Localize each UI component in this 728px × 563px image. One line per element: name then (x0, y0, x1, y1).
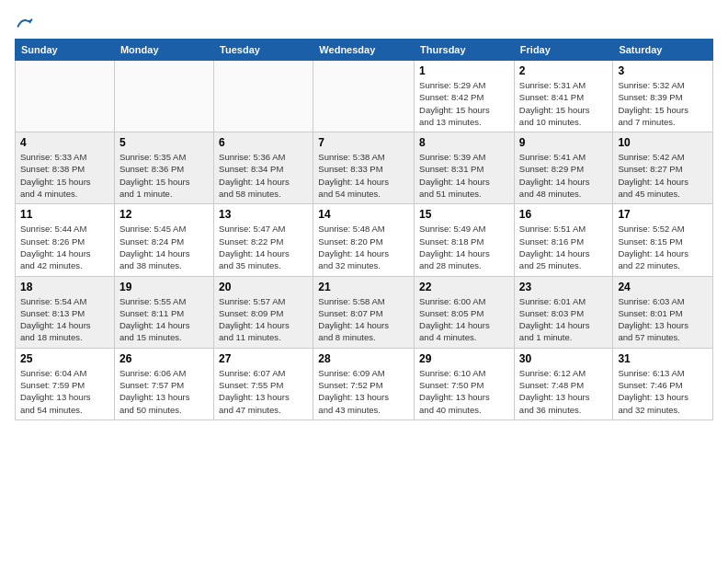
calendar-cell: 20Sunrise: 5:57 AM Sunset: 8:09 PM Dayli… (214, 276, 313, 348)
day-number: 23 (519, 281, 609, 293)
calendar-cell: 13Sunrise: 5:47 AM Sunset: 8:22 PM Dayli… (214, 204, 313, 276)
day-info: Sunrise: 5:48 AM Sunset: 8:20 PM Dayligh… (318, 223, 409, 271)
calendar-cell: 8Sunrise: 5:39 AM Sunset: 8:31 PM Daylig… (415, 132, 515, 204)
calendar-cell: 23Sunrise: 6:01 AM Sunset: 8:03 PM Dayli… (514, 276, 613, 348)
day-info: Sunrise: 6:12 AM Sunset: 7:48 PM Dayligh… (519, 367, 609, 416)
day-number: 2 (519, 64, 609, 77)
day-number: 17 (618, 208, 708, 221)
day-number: 22 (419, 281, 509, 293)
col-header-thursday: Thursday (415, 40, 515, 61)
day-info: Sunrise: 5:54 AM Sunset: 8:13 PM Dayligh… (20, 295, 109, 344)
day-number: 5 (119, 136, 209, 149)
logo (15, 15, 33, 28)
day-number: 1 (419, 64, 509, 77)
header (15, 15, 713, 28)
col-header-friday: Friday (514, 40, 613, 61)
calendar-cell: 19Sunrise: 5:55 AM Sunset: 8:11 PM Dayli… (114, 276, 213, 348)
day-number: 30 (519, 352, 609, 365)
day-info: Sunrise: 5:45 AM Sunset: 8:24 PM Dayligh… (119, 223, 209, 271)
day-info: Sunrise: 5:31 AM Sunset: 8:41 PM Dayligh… (519, 79, 609, 128)
day-number: 14 (318, 208, 409, 221)
calendar-cell (214, 61, 313, 132)
calendar-cell: 9Sunrise: 5:41 AM Sunset: 8:29 PM Daylig… (514, 132, 613, 204)
day-info: Sunrise: 5:32 AM Sunset: 8:39 PM Dayligh… (618, 79, 708, 128)
day-info: Sunrise: 6:04 AM Sunset: 7:59 PM Dayligh… (20, 367, 109, 416)
col-header-tuesday: Tuesday (214, 40, 313, 61)
day-number: 10 (618, 136, 708, 149)
day-number: 29 (419, 352, 509, 365)
calendar-cell: 6Sunrise: 5:36 AM Sunset: 8:34 PM Daylig… (214, 132, 313, 204)
day-info: Sunrise: 5:35 AM Sunset: 8:36 PM Dayligh… (119, 151, 209, 200)
day-info: Sunrise: 6:09 AM Sunset: 7:52 PM Dayligh… (318, 367, 409, 416)
day-number: 11 (20, 208, 109, 221)
day-number: 12 (119, 208, 209, 221)
day-info: Sunrise: 5:29 AM Sunset: 8:42 PM Dayligh… (419, 79, 509, 128)
day-number: 31 (618, 352, 708, 365)
calendar-cell: 12Sunrise: 5:45 AM Sunset: 8:24 PM Dayli… (114, 204, 213, 276)
day-number: 24 (618, 281, 708, 293)
calendar-cell: 30Sunrise: 6:12 AM Sunset: 7:48 PM Dayli… (514, 348, 613, 419)
day-number: 25 (20, 352, 109, 365)
calendar-cell: 25Sunrise: 6:04 AM Sunset: 7:59 PM Dayli… (16, 348, 115, 419)
col-header-monday: Monday (114, 40, 213, 61)
calendar-cell: 24Sunrise: 6:03 AM Sunset: 8:01 PM Dayli… (613, 276, 713, 348)
day-number: 9 (519, 136, 609, 149)
calendar-table: SundayMondayTuesdayWednesdayThursdayFrid… (15, 39, 713, 420)
day-number: 6 (219, 136, 308, 149)
day-info: Sunrise: 6:07 AM Sunset: 7:55 PM Dayligh… (219, 367, 308, 416)
col-header-wednesday: Wednesday (313, 40, 415, 61)
day-number: 28 (318, 352, 409, 365)
calendar-cell: 21Sunrise: 5:58 AM Sunset: 8:07 PM Dayli… (313, 276, 415, 348)
calendar-cell (16, 61, 115, 132)
day-info: Sunrise: 5:33 AM Sunset: 8:38 PM Dayligh… (20, 151, 109, 200)
day-info: Sunrise: 6:10 AM Sunset: 7:50 PM Dayligh… (419, 367, 509, 416)
day-number: 7 (318, 136, 409, 149)
calendar-cell (313, 61, 415, 132)
day-info: Sunrise: 6:06 AM Sunset: 7:57 PM Dayligh… (119, 367, 209, 416)
day-info: Sunrise: 5:49 AM Sunset: 8:18 PM Dayligh… (419, 223, 509, 271)
day-info: Sunrise: 6:03 AM Sunset: 8:01 PM Dayligh… (618, 295, 708, 344)
calendar-cell: 22Sunrise: 6:00 AM Sunset: 8:05 PM Dayli… (415, 276, 515, 348)
col-header-saturday: Saturday (613, 40, 713, 61)
day-info: Sunrise: 5:41 AM Sunset: 8:29 PM Dayligh… (519, 151, 609, 200)
calendar-cell: 15Sunrise: 5:49 AM Sunset: 8:18 PM Dayli… (415, 204, 515, 276)
day-number: 13 (219, 208, 308, 221)
day-info: Sunrise: 5:55 AM Sunset: 8:11 PM Dayligh… (119, 295, 209, 344)
day-info: Sunrise: 5:38 AM Sunset: 8:33 PM Dayligh… (318, 151, 409, 200)
day-info: Sunrise: 6:13 AM Sunset: 7:46 PM Dayligh… (618, 367, 708, 416)
day-number: 26 (119, 352, 209, 365)
day-number: 20 (219, 281, 308, 293)
logo-icon (17, 15, 33, 31)
day-number: 15 (419, 208, 509, 221)
day-info: Sunrise: 5:39 AM Sunset: 8:31 PM Dayligh… (419, 151, 509, 200)
day-info: Sunrise: 6:00 AM Sunset: 8:05 PM Dayligh… (419, 295, 509, 344)
calendar-cell: 26Sunrise: 6:06 AM Sunset: 7:57 PM Dayli… (114, 348, 213, 419)
day-info: Sunrise: 5:44 AM Sunset: 8:26 PM Dayligh… (20, 223, 109, 271)
calendar-cell: 3Sunrise: 5:32 AM Sunset: 8:39 PM Daylig… (613, 61, 713, 132)
day-info: Sunrise: 5:42 AM Sunset: 8:27 PM Dayligh… (618, 151, 708, 200)
day-number: 27 (219, 352, 308, 365)
calendar-cell: 2Sunrise: 5:31 AM Sunset: 8:41 PM Daylig… (514, 61, 613, 132)
calendar-cell: 31Sunrise: 6:13 AM Sunset: 7:46 PM Dayli… (613, 348, 713, 419)
day-info: Sunrise: 5:57 AM Sunset: 8:09 PM Dayligh… (219, 295, 308, 344)
calendar-cell: 16Sunrise: 5:51 AM Sunset: 8:16 PM Dayli… (514, 204, 613, 276)
day-number: 18 (20, 281, 109, 293)
calendar-cell: 1Sunrise: 5:29 AM Sunset: 8:42 PM Daylig… (415, 61, 515, 132)
col-header-sunday: Sunday (16, 40, 115, 61)
day-number: 19 (119, 281, 209, 293)
day-info: Sunrise: 5:36 AM Sunset: 8:34 PM Dayligh… (219, 151, 308, 200)
calendar-cell: 5Sunrise: 5:35 AM Sunset: 8:36 PM Daylig… (114, 132, 213, 204)
day-info: Sunrise: 5:58 AM Sunset: 8:07 PM Dayligh… (318, 295, 409, 344)
day-number: 16 (519, 208, 609, 221)
day-info: Sunrise: 6:01 AM Sunset: 8:03 PM Dayligh… (519, 295, 609, 344)
calendar-cell: 29Sunrise: 6:10 AM Sunset: 7:50 PM Dayli… (415, 348, 515, 419)
calendar-cell (114, 61, 213, 132)
calendar-cell: 18Sunrise: 5:54 AM Sunset: 8:13 PM Dayli… (16, 276, 115, 348)
day-info: Sunrise: 5:52 AM Sunset: 8:15 PM Dayligh… (618, 223, 708, 271)
calendar-cell: 4Sunrise: 5:33 AM Sunset: 8:38 PM Daylig… (16, 132, 115, 204)
day-number: 4 (20, 136, 109, 149)
calendar-cell: 17Sunrise: 5:52 AM Sunset: 8:15 PM Dayli… (613, 204, 713, 276)
day-info: Sunrise: 5:47 AM Sunset: 8:22 PM Dayligh… (219, 223, 308, 271)
day-number: 8 (419, 136, 509, 149)
day-number: 3 (618, 64, 708, 77)
